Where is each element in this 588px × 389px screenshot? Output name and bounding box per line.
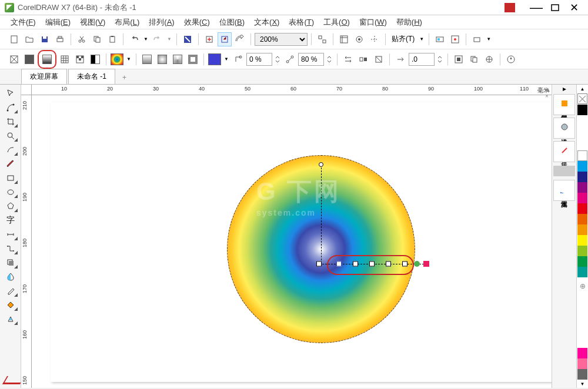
zoom-tool[interactable] — [3, 129, 18, 142]
shape-tool[interactable] — [3, 101, 18, 114]
gradient-top-handle[interactable] — [319, 162, 323, 167]
conical-type-button[interactable] — [171, 52, 185, 66]
app-launcher-button[interactable] — [470, 32, 484, 46]
docker-text-properties[interactable]: A 文本属性 — [553, 180, 575, 201]
rulers-button[interactable] — [337, 32, 351, 46]
gradient-node-0[interactable] — [316, 261, 322, 267]
palette-swatch[interactable] — [577, 193, 587, 203]
guidelines-button[interactable] — [368, 32, 382, 46]
palette-swatch[interactable] — [577, 105, 587, 115]
palette-swatch[interactable] — [577, 267, 587, 277]
print-button[interactable] — [53, 32, 67, 46]
palette-swatch[interactable] — [577, 235, 587, 246]
app-launcher-dropdown[interactable]: ▼ — [485, 32, 492, 46]
tab-add-button[interactable]: + — [116, 71, 132, 84]
ruler-origin[interactable] — [21, 85, 32, 95]
fill-picker-button[interactable] — [110, 52, 124, 66]
fullscreen-button[interactable] — [315, 32, 329, 46]
export-button[interactable] — [218, 32, 232, 46]
palette-swatch[interactable] — [577, 161, 587, 172]
menu-bitmap[interactable]: 位图(B) — [215, 16, 249, 29]
node-color-button[interactable] — [208, 52, 222, 66]
fountain-transparency-button[interactable] — [40, 52, 54, 66]
docker-lens[interactable]: 透镜 — [553, 118, 575, 139]
docker-expand-icon[interactable]: ▸ — [552, 85, 576, 93]
transparency1-input[interactable] — [246, 53, 272, 66]
cut-button[interactable] — [75, 32, 89, 46]
menu-effects[interactable]: 效果(C) — [179, 16, 215, 29]
rectangle-tool[interactable] — [3, 172, 18, 185]
pattern-transparency-button[interactable] — [58, 52, 72, 66]
new-button[interactable] — [7, 32, 21, 46]
scroll-up-indicator[interactable]: ▲× — [545, 86, 551, 99]
menu-file[interactable]: 文件(F) — [6, 16, 41, 29]
docker-object-properties[interactable]: 对象属性 — [553, 94, 575, 115]
menu-table[interactable]: 表格(T) — [284, 16, 319, 29]
texture-transparency-button[interactable] — [73, 52, 87, 66]
palette-swatch[interactable] — [577, 150, 587, 161]
launcher-button[interactable] — [448, 32, 462, 46]
open-button[interactable] — [22, 32, 36, 46]
reverse-button[interactable] — [341, 52, 355, 66]
interactive-fill-tool[interactable] — [3, 299, 18, 311]
palette-up-arrow[interactable]: ▲ — [577, 85, 588, 93]
copy-button[interactable] — [90, 32, 104, 46]
publish-button[interactable] — [233, 32, 247, 46]
palette-swatch[interactable] — [577, 214, 587, 224]
connector-tool[interactable] — [3, 242, 18, 255]
menu-tools[interactable]: 工具(O) — [319, 16, 355, 29]
polygon-tool[interactable] — [3, 200, 18, 213]
palette-swatch[interactable] — [577, 358, 587, 369]
edit-fill-button[interactable] — [482, 52, 496, 66]
mirror-button[interactable] — [356, 52, 370, 66]
menu-arrange[interactable]: 排列(A) — [144, 16, 179, 29]
snap-dropdown[interactable]: ▼ — [418, 32, 425, 46]
grid-button[interactable] — [352, 32, 366, 46]
palette-no-color[interactable] — [577, 93, 587, 104]
menu-view[interactable]: 视图(V) — [75, 16, 110, 29]
palette-swatch[interactable] — [577, 224, 587, 235]
transparency2-stepper[interactable] — [325, 52, 333, 66]
undo-button[interactable] — [127, 32, 141, 46]
maximize-button[interactable] — [546, 2, 564, 14]
radial-type-button[interactable] — [155, 52, 169, 66]
copy-props-button[interactable] — [467, 52, 481, 66]
uniform-transparency-button[interactable] — [22, 52, 36, 66]
artistic-media-tool[interactable] — [3, 157, 18, 170]
docker-hints[interactable]: 提示 — [553, 141, 575, 162]
menu-text[interactable]: 文本(X) — [249, 16, 284, 29]
free-scale-button[interactable] — [372, 52, 386, 66]
two-color-button[interactable] — [88, 52, 102, 66]
drop-shadow-tool[interactable] — [3, 256, 18, 269]
palette-swatch[interactable] — [577, 203, 587, 214]
search-button[interactable] — [181, 32, 195, 46]
gradient-end-handle[interactable] — [414, 261, 420, 267]
canvas-area[interactable]: 10 20 30 40 50 60 70 80 90 100 110 毫米 21… — [21, 85, 552, 388]
help-button[interactable] — [504, 52, 518, 66]
text-tool[interactable]: 字 — [3, 214, 18, 227]
tab-welcome[interactable]: 欢迎屏幕 — [21, 69, 67, 84]
redo-dropdown[interactable]: ▼ — [166, 32, 173, 46]
tab-document[interactable]: 未命名 -1 — [68, 69, 115, 84]
redo-button[interactable] — [151, 32, 165, 46]
smart-fill-tool[interactable] — [3, 313, 18, 326]
no-transparency-button[interactable] — [7, 52, 21, 66]
transparency-tool[interactable] — [3, 270, 18, 283]
save-button[interactable] — [38, 32, 52, 46]
horizontal-ruler[interactable]: 10 20 30 40 50 60 70 80 90 100 110 毫米 — [32, 85, 552, 95]
vertical-ruler[interactable]: 210 200 190 180 170 160 150 — [21, 95, 32, 388]
options-button[interactable] — [433, 32, 447, 46]
palette-swatch[interactable] — [577, 172, 587, 182]
fill-picker-dropdown[interactable]: ▼ — [125, 52, 132, 66]
apply-all-button[interactable] — [452, 52, 466, 66]
pick-tool[interactable] — [3, 87, 18, 100]
menu-layout[interactable]: 布局(L) — [110, 16, 144, 29]
menu-edit[interactable]: 编辑(E) — [41, 16, 75, 29]
menu-window[interactable]: 窗口(W) — [355, 16, 392, 29]
square-type-button[interactable] — [186, 52, 200, 66]
close-button[interactable]: ✕ — [564, 2, 583, 14]
palette-swatch[interactable] — [577, 182, 587, 193]
node-color-dropdown[interactable]: ▼ — [223, 52, 230, 66]
transparency1-stepper[interactable] — [273, 52, 282, 66]
undo-dropdown[interactable]: ▼ — [142, 32, 149, 46]
